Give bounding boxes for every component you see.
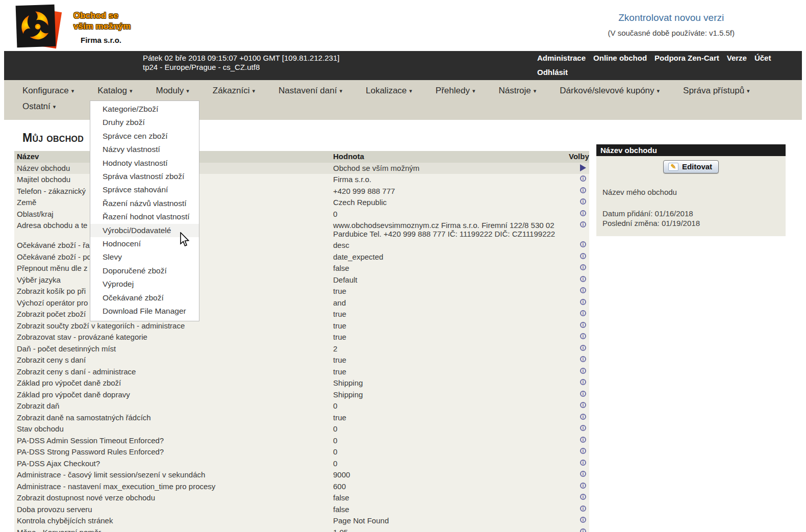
menu-item-druhy-zbozi[interactable]: Druhy zboží	[90, 116, 199, 129]
menu-item-vyrobci-dodavatele[interactable]: Výrobci/Dodavatelé	[90, 224, 199, 237]
session-info-bar: Pátek 02 bře 2018 09:15:07 +0100 GMT [10…	[4, 51, 802, 80]
table-row[interactable]: Zobrazit daně na samostatných řádcíchtru…	[14, 412, 589, 424]
menu-item-razeni-nazvu-vlastnosti[interactable]: Řazení názvů vlastností	[90, 197, 199, 210]
row-value: 0	[333, 460, 569, 468]
menu-item-razeni-hodnot-vlastnosti[interactable]: Řazení hodnot vlastností	[90, 210, 199, 223]
menu-item-nazvy-vlastnosti[interactable]: Názvy vlastností	[90, 143, 199, 156]
info-icon[interactable]: i	[580, 198, 586, 205]
table-row[interactable]: PA-DSS Strong Password Rules Enforced?0i	[14, 446, 589, 458]
nav-item-darkove-slevove-kupony[interactable]: Dárkové/slevové kupóny▾	[560, 86, 660, 96]
info-icon[interactable]: i	[580, 210, 586, 216]
info-icon[interactable]: i	[580, 437, 586, 443]
menu-item-doporucene-zbozi[interactable]: Doporučené zboží	[90, 264, 199, 277]
admin-link-ucet[interactable]: Účet	[754, 54, 771, 63]
menu-item-vyprodej[interactable]: Výprodej	[90, 277, 199, 291]
row-options: i	[569, 175, 586, 182]
nav-item-katalog[interactable]: Katalog▾	[97, 86, 132, 96]
menu-item-kategorie-zbozi[interactable]: Kategorie/Zboží	[90, 103, 199, 116]
info-icon[interactable]: i	[580, 368, 586, 374]
row-name: Administrace - časový limit session/seze…	[17, 471, 333, 479]
info-icon[interactable]: i	[580, 471, 586, 477]
row-value: and	[333, 299, 569, 308]
info-icon[interactable]: i	[580, 253, 586, 259]
table-row[interactable]: Zobrazit ceny s danítruei	[14, 354, 589, 366]
info-icon[interactable]: i	[580, 528, 586, 532]
info-icon[interactable]: i	[580, 483, 586, 489]
info-icon[interactable]: i	[580, 379, 586, 385]
menu-item-sprava-vlastnosti-zbozi[interactable]: Správa vlastností zboží	[90, 170, 199, 183]
table-row[interactable]: Doba provozu serverufalsei	[14, 504, 589, 516]
table-row[interactable]: Měna - Konverzní poměr1.05i	[14, 527, 589, 532]
info-icon[interactable]: i	[580, 345, 586, 351]
nav-item-nastroje[interactable]: Nástroje▾	[498, 86, 536, 96]
table-row[interactable]: Zobrazit ceny s daní - administracetruei	[14, 366, 589, 378]
nav-item-konfigurace[interactable]: Konfigurace▾	[22, 86, 74, 96]
chevron-down-icon: ▾	[534, 88, 537, 94]
menu-item-spravce-cen-zbozi[interactable]: Správce cen zboží	[90, 130, 199, 143]
nav-item-nastaveni-dani[interactable]: Nastavení daní▾	[279, 86, 342, 96]
store-name-line1: Obchod se	[73, 10, 131, 21]
menu-item-hodnoty-vlastnosti[interactable]: Hodnoty vlastností	[90, 157, 199, 170]
table-row[interactable]: PA-DSS Ajax Checkout?0i	[14, 458, 589, 470]
menu-item-download-file-manager[interactable]: Download File Manager	[90, 305, 199, 318]
menu-item-ocekavane-zbozi[interactable]: Očekávané zboží	[90, 291, 199, 305]
table-row[interactable]: PA-DSS Admin Session Timeout Enforced?0i	[14, 435, 589, 447]
nav-item-moduly[interactable]: Moduly▾	[156, 86, 189, 96]
info-icon[interactable]: i	[580, 425, 586, 431]
admin-link-odhlasit[interactable]: Odhlásit	[537, 68, 568, 77]
info-icon[interactable]: i	[580, 299, 586, 305]
nav-item-prehledy[interactable]: Přehledy▾	[436, 86, 475, 96]
info-icon[interactable]: i	[580, 322, 586, 328]
table-row[interactable]: Zobrazit součty zboží v kategoriích - ad…	[14, 320, 589, 332]
table-row[interactable]: Zobrazovat stav - provázané kategorietru…	[14, 332, 589, 343]
table-row[interactable]: Zobrazit daň0i	[14, 400, 589, 412]
date-added: Datum přidání: 01/16/2018	[602, 209, 779, 218]
check-new-version-link[interactable]: Zkontrolovat novou verzi	[618, 12, 724, 23]
table-row[interactable]: Daň - počet desetinných míst2i	[14, 343, 589, 355]
info-icon[interactable]: i	[580, 505, 586, 512]
nav-item-sprava-pristupu[interactable]: Správa přístupů▾	[683, 86, 750, 96]
table-row[interactable]: Základ pro výpočet daně dopravyShippingi	[14, 389, 589, 401]
info-icon[interactable]: i	[580, 241, 586, 247]
info-icon[interactable]: i	[580, 276, 586, 282]
nav-item-lokalizace[interactable]: Lokalizace▾	[366, 86, 412, 96]
info-icon[interactable]: i	[580, 221, 586, 227]
table-row[interactable]: Kontrola chybějících stránekPage Not Fou…	[14, 515, 589, 527]
table-row[interactable]: Administrace - nastavení max_execution_t…	[14, 481, 589, 493]
menu-item-slevy[interactable]: Slevy	[90, 250, 199, 264]
table-row[interactable]: Administrace - časový limit session/seze…	[14, 469, 589, 481]
admin-link-administrace[interactable]: Administrace	[537, 54, 586, 63]
info-icon[interactable]: i	[580, 356, 586, 362]
info-icon[interactable]: i	[580, 391, 586, 397]
admin-link-online-obchod[interactable]: Online obchod	[593, 54, 647, 63]
table-row[interactable]: Stav obchodu0i	[14, 423, 589, 435]
nav-item-ostatni[interactable]: Ostatní▾	[22, 102, 56, 112]
chevron-down-icon: ▾	[747, 88, 750, 94]
menu-item-spravce-stahovani[interactable]: Správce stahování	[90, 183, 199, 196]
info-icon[interactable]: i	[580, 517, 586, 523]
info-icon[interactable]: i	[580, 460, 586, 466]
info-icon[interactable]: i	[580, 175, 586, 182]
menu-item-hodnoceni[interactable]: Hodnocení	[90, 237, 199, 250]
row-options: i	[569, 460, 586, 466]
selected-row-arrow-icon	[580, 164, 586, 171]
info-icon[interactable]: i	[580, 310, 586, 316]
info-icon[interactable]: i	[580, 448, 586, 454]
admin-link-podpora-zen-cart[interactable]: Podpora Zen-Cart	[654, 54, 719, 63]
info-icon[interactable]: i	[580, 287, 586, 293]
info-icon[interactable]: i	[580, 187, 586, 193]
row-options: i	[569, 187, 586, 193]
info-icon[interactable]: i	[580, 414, 586, 420]
info-icon[interactable]: i	[580, 402, 586, 408]
info-icon[interactable]: i	[580, 333, 586, 339]
nav-item-label: Moduly	[156, 86, 184, 95]
info-icon[interactable]: i	[580, 264, 586, 270]
date-modified: Poslední změna: 01/19/2018	[602, 218, 779, 228]
table-row[interactable]: Základ pro výpočet daně zbožíShippingi	[14, 377, 589, 389]
table-row[interactable]: Zobrazit dostupnost nové verze obchodufa…	[14, 492, 589, 504]
nav-item-label: Lokalizace	[366, 86, 407, 95]
nav-item-zakaznici[interactable]: Zákazníci▾	[213, 86, 255, 96]
edit-button[interactable]: ✎ Editovat	[663, 160, 719, 173]
info-icon[interactable]: i	[580, 494, 586, 500]
admin-link-verze[interactable]: Verze	[727, 54, 747, 63]
